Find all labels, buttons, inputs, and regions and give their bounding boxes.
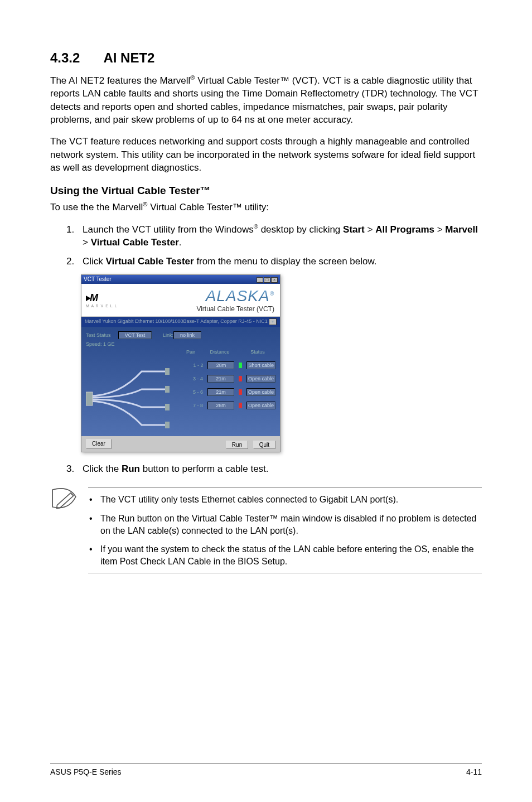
subheading-using-vct: Using the Virtual Cable Tester™ xyxy=(50,185,482,197)
steps-list-continued: Click the Run button to perform a cable … xyxy=(50,462,482,475)
svg-rect-4 xyxy=(165,422,170,428)
step-2: Click Virtual Cable Tester from the menu… xyxy=(77,255,482,268)
minimize-icon: _ xyxy=(257,277,263,283)
vct-header: M M A R V E L L ALASKA® Virtual Cable Te… xyxy=(81,284,280,317)
cable-diagram-area: 1 - 2 28m Short cable 3 - 4 21m Open cab… xyxy=(86,361,275,434)
vct-body: Test Status VCT Test Link: no link Speed… xyxy=(81,327,280,436)
pair-row: 1 - 2 28m Short cable xyxy=(86,361,275,369)
step-1: Launch the VCT utility from the Windows®… xyxy=(77,223,482,249)
status-led-icon xyxy=(239,363,242,368)
window-buttons: _□× xyxy=(256,276,278,283)
status-led-icon xyxy=(239,403,242,408)
speed-label: Speed: 1 GE xyxy=(86,341,275,347)
note-item: If you want the system to check the stat… xyxy=(100,543,482,567)
footer-left: ASUS P5Q-E Series xyxy=(50,767,122,776)
note-box: The VCT utility only tests Ethernet cabl… xyxy=(50,487,482,573)
vct-screenshot: VCT Tester _□× M M A R V E L L ALASKA® V… xyxy=(81,274,280,452)
note-item: The VCT utility only tests Ethernet cabl… xyxy=(100,494,482,506)
section-title: AI NET2 xyxy=(103,50,154,65)
status-led-icon xyxy=(239,376,242,381)
paragraph-1: The AI NET2 features the Marvell® Virtua… xyxy=(50,74,482,126)
vct-titlebar: VCT Tester _□× xyxy=(81,275,280,284)
quit-button: Quit xyxy=(253,441,275,449)
vct-title: VCT Tester xyxy=(84,276,112,283)
marvell-logo: M M A R V E L L xyxy=(86,292,125,308)
note-item: The Run button on the Virtual Cable Test… xyxy=(100,513,482,537)
pair-row: 3 - 4 21m Open cable xyxy=(86,375,275,383)
test-status-value: VCT Test xyxy=(118,331,152,339)
vct-label: Virtual Cable Tester (VCT) xyxy=(196,305,274,313)
subheading-intro-line: To use the the Marvell® Virtual Cable Te… xyxy=(50,200,482,214)
section-heading: 4.3.2AI NET2 xyxy=(50,50,482,66)
pair-row: 7 - 8 26m Open cable xyxy=(86,402,275,409)
footer-right: 4-11 xyxy=(466,767,482,776)
vct-footer: Clear Run Quit xyxy=(81,436,280,452)
run-button: Run xyxy=(226,441,248,449)
link-label: Link: xyxy=(163,332,173,338)
steps-list: Launch the VCT utility from the Windows®… xyxy=(50,223,482,268)
close-icon: × xyxy=(271,277,278,283)
alaska-logo: ALASKA® xyxy=(196,287,274,305)
chevron-down-icon: ▾ xyxy=(269,318,277,325)
maximize-icon: □ xyxy=(264,277,270,283)
note-content: The VCT utility only tests Ethernet cabl… xyxy=(88,487,482,573)
cable-diagram-icon xyxy=(86,361,170,434)
paragraph-2: The VCT feature reduces networking and s… xyxy=(50,135,482,174)
status-led-icon xyxy=(239,389,242,395)
clear-button: Clear xyxy=(86,439,112,449)
test-status-label: Test Status xyxy=(86,332,118,338)
pair-row: 5 - 6 21m Open cable xyxy=(86,388,275,396)
adapter-dropdown: Marvell Yukon Gigabit Ethernet 10/100/10… xyxy=(81,317,280,327)
note-pencil-icon xyxy=(50,487,78,573)
column-headers: Pair Distance Status xyxy=(86,348,275,356)
step-3: Click the Run button to perform a cable … xyxy=(77,462,482,475)
page-footer: ASUS P5Q-E Series 4-11 xyxy=(50,764,482,776)
link-value: no link xyxy=(173,331,201,339)
alaska-logo-block: ALASKA® Virtual Cable Tester (VCT) xyxy=(196,287,274,313)
section-number: 4.3.2 xyxy=(50,50,80,66)
